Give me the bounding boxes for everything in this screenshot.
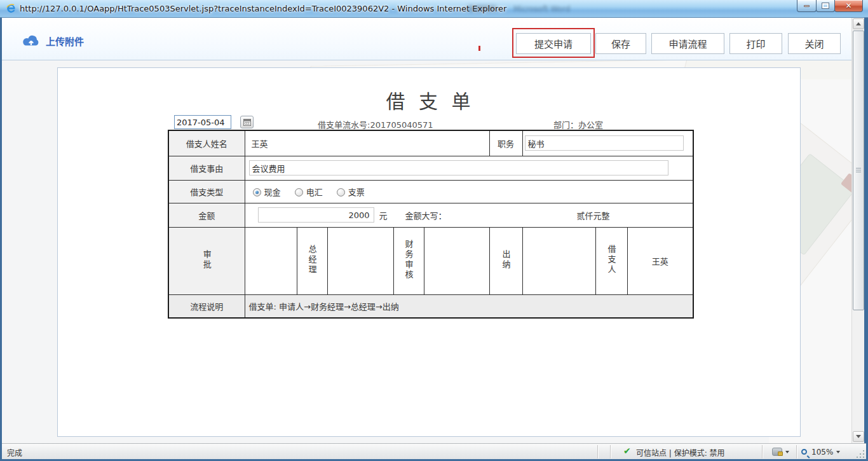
- annotation-mark: [478, 46, 480, 51]
- print-button[interactable]: 打印: [729, 33, 782, 54]
- zone-lock-icon: [772, 448, 782, 456]
- gm-label: 总经理: [297, 227, 327, 294]
- scroll-down-button[interactable]: [853, 431, 864, 442]
- radio-wire-transfer-label: 电汇: [306, 188, 323, 197]
- calendar-picker-button[interactable]: [240, 116, 254, 128]
- page-content: 借 支 单 借支单流水号:201705040571 部门：办公室 借支人姓名 王…: [2, 60, 851, 443]
- job-cell: [522, 130, 693, 156]
- approval-sign-cell: [245, 227, 297, 294]
- table-row-reason: 借支事由: [168, 156, 693, 180]
- minimize-button[interactable]: [797, 0, 817, 12]
- zoom-level-text: 105%: [811, 448, 833, 457]
- reason-cell: [245, 156, 693, 180]
- radio-cash-label: 现金: [264, 188, 281, 197]
- job-label: 职务: [489, 130, 522, 156]
- amount-caps-label: 金额大写：: [405, 209, 447, 221]
- resize-grip[interactable]: [857, 450, 865, 458]
- radio-check-label: 支票: [348, 188, 365, 197]
- separator: [597, 445, 598, 458]
- reason-input[interactable]: [249, 160, 668, 175]
- vertical-scrollbar[interactable]: [851, 18, 864, 443]
- approval-label: 审批: [168, 227, 245, 294]
- minimize-icon: [804, 5, 810, 7]
- table-row-name: 借支人姓名 王英 职务: [168, 130, 693, 156]
- arrow-down-icon: [856, 435, 861, 438]
- department-text: 部门：办公室: [553, 118, 603, 130]
- borrower-value: 王英: [627, 227, 693, 294]
- request-flow-button[interactable]: 申请流程: [651, 33, 724, 54]
- chevron-down-icon: [836, 451, 840, 453]
- trusted-check-icon: ✔: [623, 446, 631, 456]
- status-text: 完成: [7, 447, 22, 458]
- cashier-sign-cell: [522, 227, 595, 294]
- page-toolbar: 上传附件 提交申请 保存 申请流程 打印 关闭: [2, 18, 851, 60]
- magnifier-icon: [801, 449, 807, 455]
- save-button[interactable]: 保存: [595, 33, 646, 54]
- type-options-cell: 现金 电汇 支票: [245, 180, 693, 203]
- finance-label: 财务审核: [393, 227, 424, 294]
- table-row-amount: 金额 元 金额大写： 贰仟元整: [168, 203, 693, 227]
- borrower-label: 借支人: [595, 227, 627, 294]
- form-title: 借 支 单: [168, 86, 693, 114]
- type-label: 借支类型: [168, 180, 245, 203]
- calendar-icon: [243, 119, 251, 126]
- table-row-type: 借支类型 现金 电汇 支票: [168, 180, 693, 203]
- amount-caps-value: 贰仟元整: [577, 209, 610, 221]
- separator: [610, 445, 611, 458]
- status-bar: 完成 ✔ 可信站点 | 保护模式: 禁用 105%: [2, 443, 866, 459]
- internet-explorer-icon: [6, 3, 17, 14]
- cashier-label: 出纳: [489, 227, 522, 294]
- security-zone-button[interactable]: [768, 446, 792, 458]
- upload-attachment-label: 上传附件: [46, 34, 84, 48]
- job-input[interactable]: [525, 135, 684, 151]
- name-label: 借支人姓名: [168, 130, 245, 156]
- cloud-upload-icon: [21, 34, 41, 48]
- amount-cell: 元 金额大写： 贰仟元整: [245, 203, 693, 227]
- separator: [796, 445, 797, 458]
- process-value: 借支单: 申请人→财务经理→总经理→出纳: [245, 294, 693, 318]
- table-row-process: 流程说明 借支单: 申请人→财务经理→总经理→出纳: [168, 294, 693, 318]
- upload-attachment-link[interactable]: 上传附件: [21, 33, 84, 48]
- name-value: 王英: [245, 130, 489, 156]
- borrow-slip-table: 借支人姓名 王英 职务 借支事由 借支类型 现金 电汇 支票: [168, 130, 694, 319]
- scrollbar-thumb[interactable]: [853, 31, 864, 310]
- amount-input[interactable]: [258, 207, 374, 223]
- close-button[interactable]: ✕: [834, 0, 863, 12]
- arrow-up-icon: [856, 22, 861, 25]
- amount-label: 金额: [168, 203, 245, 227]
- reason-label: 借支事由: [168, 156, 245, 180]
- close-page-button[interactable]: 关闭: [788, 33, 841, 54]
- table-row-approval: 审批 总经理 财务审核 出纳 借支人 王英: [168, 227, 693, 294]
- amount-unit: 元: [379, 209, 388, 221]
- chevron-down-icon: [785, 451, 789, 453]
- serial-number-text: 借支单流水号:201705040571: [318, 118, 433, 130]
- security-zone-text: 可信站点 | 保护模式: 禁用: [636, 447, 725, 458]
- background-window-ghost-text: Microsoft Word: [513, 4, 570, 13]
- date-input[interactable]: [174, 115, 231, 129]
- zoom-level-button[interactable]: 105%: [801, 446, 851, 458]
- window-title: http://127.0.0.1/OAapp/HtTrace0503Servle…: [20, 4, 506, 13]
- form-panel: 借 支 单 借支单流水号:201705040571 部门：办公室 借支人姓名 王…: [57, 67, 801, 437]
- close-icon: ✕: [845, 2, 851, 10]
- window-controls: ✕: [797, 0, 863, 12]
- finance-sign-cell: [424, 227, 489, 294]
- process-label: 流程说明: [168, 294, 245, 318]
- radio-wire-transfer[interactable]: [295, 188, 303, 196]
- scroll-up-button[interactable]: [853, 18, 864, 29]
- gm-sign-cell: [327, 227, 393, 294]
- maximize-button[interactable]: [816, 0, 835, 12]
- separator: [762, 445, 763, 458]
- background-window-ghost: [467, 6, 496, 11]
- window-titlebar: http://127.0.0.1/OAapp/HtTrace0503Servle…: [0, 0, 868, 18]
- radio-check[interactable]: [337, 188, 345, 196]
- radio-cash[interactable]: [253, 188, 261, 196]
- submit-request-button[interactable]: 提交申请: [516, 33, 591, 54]
- maximize-icon: [822, 3, 829, 8]
